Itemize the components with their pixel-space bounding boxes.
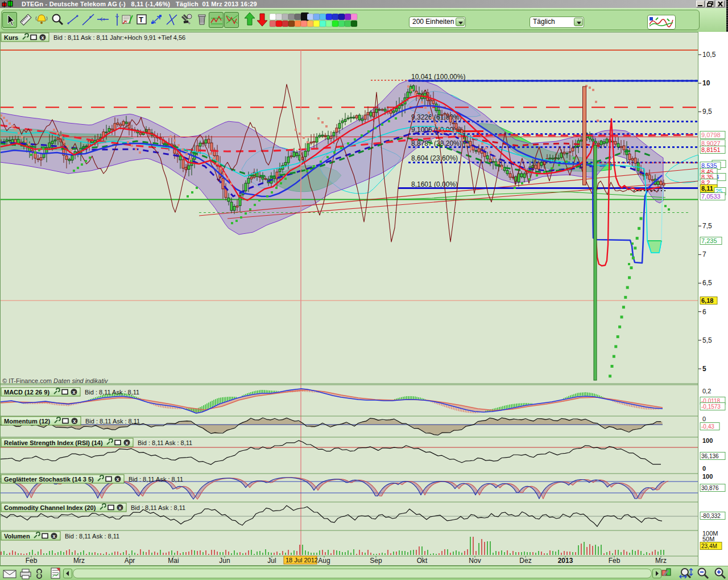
svg-text:Kurs: Kurs bbox=[4, 34, 18, 41]
svg-text:x: x bbox=[119, 505, 122, 511]
svg-text:Geglätteter Stochastik (14 3 5: Geglätteter Stochastik (14 3 5) bbox=[4, 476, 94, 483]
svg-text:7,235: 7,235 bbox=[701, 237, 717, 244]
svg-text:Jun: Jun bbox=[219, 557, 230, 565]
svg-text:100: 100 bbox=[702, 437, 713, 444]
svg-text:x: x bbox=[126, 440, 129, 446]
svg-text:Bid : 8,11 Ask : 8,11: Bid : 8,11 Ask : 8,11 bbox=[138, 439, 192, 446]
svg-text:Feb: Feb bbox=[609, 557, 621, 565]
svg-text:23,4M: 23,4M bbox=[701, 543, 717, 549]
svg-text:0: 0 bbox=[702, 465, 706, 472]
svg-text:Sep: Sep bbox=[370, 557, 382, 565]
svg-text:Bid : 8,11 Ask : 8,11: Bid : 8,11 Ask : 8,11 bbox=[85, 389, 139, 396]
svg-text:6: 6 bbox=[702, 308, 706, 316]
svg-text:Bid : 8,11 Ask : 8,11: Bid : 8,11 Ask : 8,11 bbox=[129, 476, 183, 483]
svg-text:-0,43: -0,43 bbox=[701, 423, 714, 430]
svg-text:Dez: Dez bbox=[519, 557, 531, 565]
svg-text:30,876: 30,876 bbox=[701, 485, 719, 491]
svg-text:8,8787 (38,20%): 8,8787 (38,20%) bbox=[411, 139, 462, 147]
svg-text:6,5: 6,5 bbox=[702, 279, 712, 287]
svg-text:Aug: Aug bbox=[318, 557, 330, 565]
svg-text:-0,1573: -0,1573 bbox=[701, 404, 721, 410]
svg-text:Mai: Mai bbox=[168, 557, 179, 565]
svg-text:Relative Strength Index (RSI): Relative Strength Index (RSI) (14) bbox=[4, 439, 103, 446]
svg-text:© IT-Finance.com Daten sind i: © IT-Finance.com Daten sind indikativ bbox=[2, 377, 109, 384]
svg-text:x: x bbox=[117, 476, 119, 482]
svg-text:8,604 (23,60%): 8,604 (23,60%) bbox=[411, 154, 458, 162]
svg-text:9,3226 (61,80%): 9,3226 (61,80%) bbox=[411, 113, 462, 121]
svg-text:9,0798: 9,0798 bbox=[701, 131, 721, 138]
svg-text:9,5: 9,5 bbox=[702, 108, 712, 116]
svg-text:0,2: 0,2 bbox=[702, 388, 711, 394]
svg-text:MACD (12 26 9): MACD (12 26 9) bbox=[4, 389, 49, 396]
svg-text:10,041 (100,00%): 10,041 (100,00%) bbox=[411, 73, 465, 81]
svg-text:7,0533: 7,0533 bbox=[701, 193, 721, 200]
svg-text:Apr: Apr bbox=[125, 557, 135, 565]
svg-text:Bid : 8,11 Ask : 8,11: Bid : 8,11 Ask : 8,11 bbox=[85, 418, 140, 425]
svg-text:8,11: 8,11 bbox=[701, 185, 713, 192]
svg-text:Nov: Nov bbox=[469, 557, 481, 565]
svg-text:-80,332: -80,332 bbox=[701, 513, 721, 519]
svg-text:5: 5 bbox=[702, 365, 706, 373]
svg-text:Mrz: Mrz bbox=[73, 557, 85, 565]
svg-text:x: x bbox=[42, 35, 44, 40]
svg-text:7: 7 bbox=[702, 250, 706, 258]
svg-text:5,5: 5,5 bbox=[702, 336, 712, 344]
svg-text:Bid : 8,11 Ask : 8,11: Bid : 8,11 Ask : 8,11 bbox=[65, 533, 119, 540]
svg-text:50M: 50M bbox=[702, 536, 714, 542]
svg-text:6,18: 6,18 bbox=[701, 297, 713, 304]
svg-text:10,5: 10,5 bbox=[702, 51, 716, 59]
svg-text:8,8151: 8,8151 bbox=[701, 146, 721, 153]
svg-text:Jul: Jul bbox=[267, 557, 276, 565]
svg-text:x: x bbox=[53, 533, 56, 539]
svg-text:Commodity Channel Index (20): Commodity Channel Index (20) bbox=[4, 504, 96, 511]
svg-text:Bid : 8,11 Ask : 8,11 Jahr:+H: Bid : 8,11 Ask : 8,11 Jahr:+Hoch 9,91 +T… bbox=[53, 34, 185, 41]
svg-text:36,136: 36,136 bbox=[701, 453, 719, 459]
svg-text:100: 100 bbox=[702, 473, 713, 480]
svg-text:x: x bbox=[73, 389, 76, 395]
svg-text:8,1601 (0,00%): 8,1601 (0,00%) bbox=[411, 180, 458, 188]
svg-text:Volumen: Volumen bbox=[4, 533, 30, 540]
svg-text:Momentum (12): Momentum (12) bbox=[4, 418, 51, 425]
svg-text:10: 10 bbox=[702, 79, 710, 87]
svg-text:Mrz: Mrz bbox=[655, 557, 667, 565]
svg-text:18 Jul 2012: 18 Jul 2012 bbox=[286, 557, 318, 563]
svg-text:0: 0 bbox=[702, 416, 706, 422]
svg-text:x: x bbox=[73, 418, 76, 424]
svg-text:7,5: 7,5 bbox=[702, 222, 712, 230]
svg-text:Okt: Okt bbox=[417, 557, 428, 565]
svg-text:2013: 2013 bbox=[558, 557, 573, 565]
svg-text:Bid : 8,11 Ask : 8,11: Bid : 8,11 Ask : 8,11 bbox=[131, 504, 185, 511]
svg-text:Feb: Feb bbox=[26, 557, 38, 565]
